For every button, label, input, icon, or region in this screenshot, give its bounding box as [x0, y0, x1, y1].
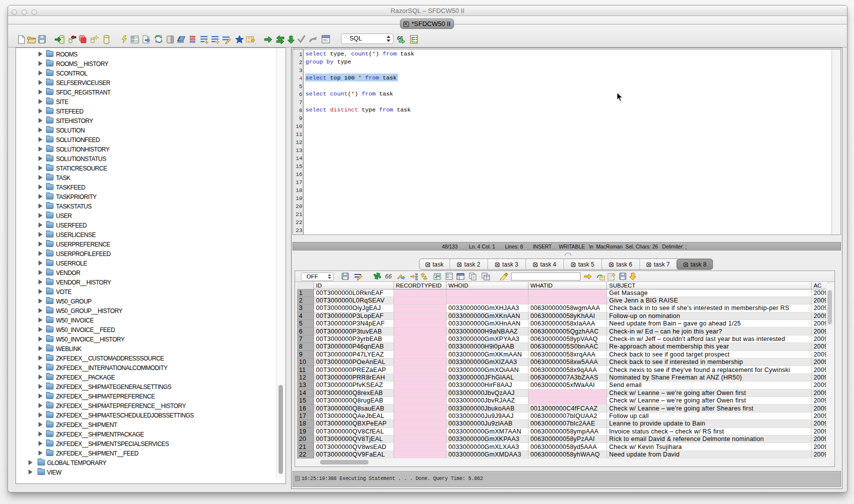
svg-text:66: 66 — [385, 273, 392, 280]
svg-text:66: 66 — [397, 35, 403, 41]
